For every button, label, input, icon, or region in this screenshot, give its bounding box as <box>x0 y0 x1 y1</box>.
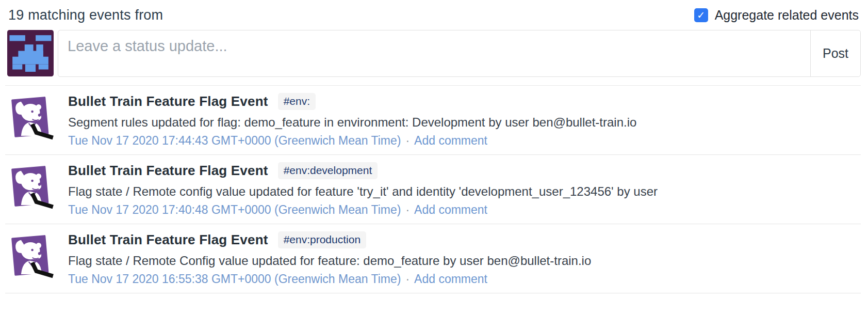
event-env-tag[interactable]: #env: <box>278 93 316 110</box>
add-comment-link[interactable]: Add comment <box>414 203 487 217</box>
datadog-bits-avatar-icon <box>6 231 56 283</box>
datadog-bits-avatar-icon <box>6 92 56 144</box>
add-comment-link[interactable]: Add comment <box>414 134 487 148</box>
aggregate-related-events-toggle[interactable]: ✓ Aggregate related events <box>694 8 859 23</box>
event-description: Segment rules updated for flag: demo_fea… <box>68 115 636 130</box>
post-button[interactable]: Post <box>810 30 860 76</box>
add-comment-link[interactable]: Add comment <box>414 272 487 286</box>
status-update-section: Post <box>7 30 861 77</box>
aggregate-checkbox[interactable]: ✓ <box>694 8 708 22</box>
event-title: Bullet Train Feature Flag Event <box>68 232 268 248</box>
separator-dot: · <box>405 134 410 148</box>
event-list: Bullet Train Feature Flag Event #env: Se… <box>5 85 861 293</box>
status-update-input[interactable] <box>58 30 810 76</box>
event-timestamp: Tue Nov 17 2020 17:40:48 GMT+0000 (Green… <box>68 203 401 217</box>
event-timestamp: Tue Nov 17 2020 16:55:38 GMT+0000 (Green… <box>68 272 401 286</box>
event-row: Bullet Train Feature Flag Event #env:pro… <box>5 224 861 293</box>
event-env-tag[interactable]: #env:production <box>278 231 366 248</box>
event-title: Bullet Train Feature Flag Event <box>68 93 268 109</box>
event-timestamp: Tue Nov 17 2020 17:44:43 GMT+0000 (Green… <box>68 134 401 148</box>
event-description: Flag state / Remote config value updated… <box>68 184 658 199</box>
event-description: Flag state / Remote Config value updated… <box>68 254 591 268</box>
events-header: 19 matching events from ✓ Aggregate rela… <box>0 0 868 28</box>
page-title: 19 matching events from <box>8 7 163 23</box>
event-env-tag[interactable]: #env:development <box>278 162 378 179</box>
event-row: Bullet Train Feature Flag Event #env: Se… <box>5 86 861 155</box>
event-row: Bullet Train Feature Flag Event #env:dev… <box>5 155 861 224</box>
status-update-group: Post <box>58 30 861 77</box>
user-pixel-avatar <box>7 30 54 76</box>
event-title: Bullet Train Feature Flag Event <box>68 163 268 179</box>
separator-dot: · <box>405 272 410 286</box>
separator-dot: · <box>405 203 410 217</box>
datadog-bits-avatar-icon <box>6 162 56 213</box>
aggregate-checkbox-label[interactable]: Aggregate related events <box>715 8 859 23</box>
